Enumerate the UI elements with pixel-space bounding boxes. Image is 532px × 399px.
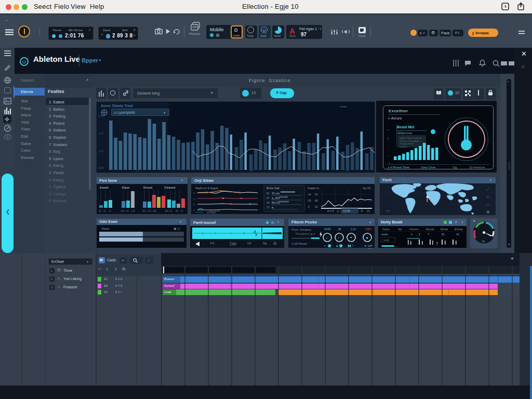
svg-text:178: 178 [131,210,135,212]
svg-text:67: 67 [170,210,173,212]
svg-text:⬤: ⬤ [328,244,331,248]
svg-text:85: 85 [442,233,445,236]
svg-text:8: 8 [419,233,420,236]
svg-text:Ebesta: Ebesta [426,228,434,231]
svg-text:♚: ♚ [366,236,368,240]
svg-text:☉: ☉ [486,203,489,207]
svg-text:42: 42 [99,210,102,212]
svg-text:a_x83: a_x83 [272,196,280,200]
svg-text:Doved: Doved [143,186,152,189]
svg-text:1:23: 1:23 [351,228,356,231]
svg-text:10: 10 [315,205,318,208]
svg-text:▮▮: ▮▮ [348,244,351,247]
svg-text:⬤: ⬤ [339,244,343,248]
svg-text:95: 95 [176,210,179,212]
svg-text:45: 45 [456,233,459,236]
svg-text:□: □ [193,203,195,206]
svg-text:tyt: tyt [482,240,485,243]
svg-text:Ibis: Ibis [398,228,402,231]
svg-text:A2: A2 [267,201,270,204]
svg-text:△: △ [193,208,195,211]
svg-text:▲: ▲ [336,244,339,247]
svg-text:⊙: ⊙ [486,195,489,198]
svg-text:1988: 1988 [365,228,371,231]
svg-text:7: 7 [436,241,438,246]
svg-text:▣: ▣ [486,210,490,214]
svg-text:Cleaned: Cleaned [164,186,175,189]
svg-text:nb: nb [308,193,311,196]
svg-text:Exeett: Exeett [100,186,109,189]
svg-text:wrdizi: wrdizi [381,233,388,236]
svg-text:0: 0 [308,205,310,208]
svg-text:03: 03 [315,193,318,196]
svg-text:Eboae: Eboae [441,228,448,231]
svg-text:A7: A7 [180,210,183,212]
svg-text:□: □ [193,191,195,194]
svg-text:258: 258 [121,210,125,212]
svg-text:♪: ♪ [338,236,339,240]
svg-text:M2: M2 [142,210,146,212]
svg-text:a.: a. [272,206,274,209]
svg-text:⤢: ⤢ [486,188,489,191]
svg-text:05: 05 [308,199,311,202]
svg-text:☃: ☃ [326,236,328,240]
svg-text:NA: NA [386,209,390,212]
svg-text:08: 08 [315,199,318,202]
svg-text:◑: ◑ [324,244,326,247]
svg-text:17: 17 [267,206,270,209]
svg-text:41: 41 [109,210,112,212]
svg-text:⊢: ⊢ [352,244,355,247]
svg-text:99: 99 [338,228,341,231]
svg-text:△: △ [193,197,195,200]
svg-text:Aoaec: Aoaec [382,228,390,231]
svg-text:Fxbveer: Fxbveer [409,228,419,231]
svg-text:Padil on S legod: Padil on S legod [195,187,218,190]
svg-text:Sgt KD: Sgt KD [363,187,371,190]
svg-text:0: 0 [411,233,413,236]
svg-text:**: ** [428,233,430,236]
svg-text:40: 40 [103,210,107,212]
svg-text:➤: ➤ [364,244,367,247]
svg-text:167: 167 [148,210,152,212]
svg-text:07: 07 [267,196,270,200]
svg-text:01: 01 [267,192,270,195]
svg-text:W8: W8 [153,210,156,212]
svg-text:EiOraa: EiOraa [455,228,463,231]
svg-text:Bizde Sab: Bizde Sab [267,187,280,190]
svg-text:Wdev: Wdev [368,247,373,249]
svg-text:☂: ☂ [350,236,353,240]
svg-text:Faadt ro: Faadt ro [308,187,320,190]
svg-text:24/94: 24/94 [324,228,331,231]
svg-text:Elyee: Elyee [122,186,129,189]
svg-text:| urodi: | urodi [382,239,389,242]
svg-text:31 em: 31 em [272,192,280,195]
svg-text:084: 084 [165,210,169,212]
svg-text:30: 30 [126,210,129,212]
